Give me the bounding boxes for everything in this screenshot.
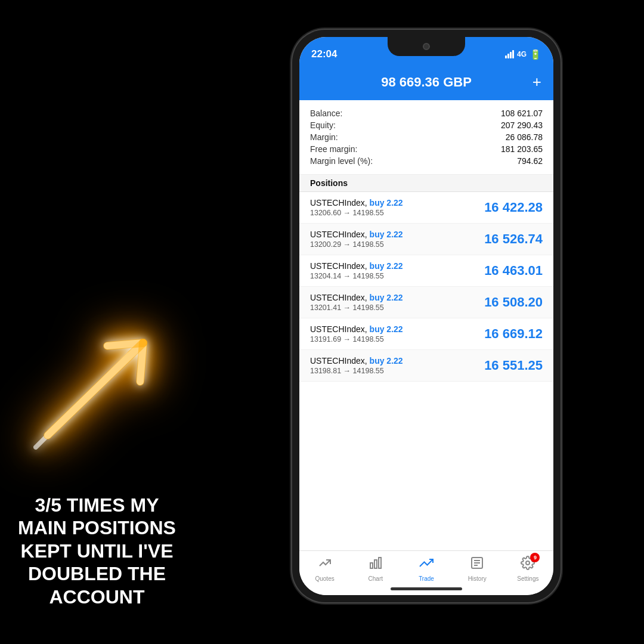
info-label: Balance: (310, 109, 342, 118)
position-profit: 16 508.20 (484, 295, 543, 310)
position-symbol: USTECHIndex, buy 2.22 (310, 324, 403, 334)
chart-icon (369, 556, 383, 574)
position-item[interactable]: USTECHIndex, buy 2.22 13206.60 → 14198.5… (299, 192, 553, 224)
badge-settings: 9 (530, 553, 540, 562)
arrow-decoration (24, 310, 173, 465)
position-symbol: USTECHIndex, buy 2.22 (310, 293, 403, 302)
position-direction: buy 2.22 (370, 356, 403, 366)
quotes-label: Quotes (315, 575, 334, 582)
position-price-range: 13206.60 → 14198.55 (310, 209, 403, 217)
scene: 3/5 TIMES MY MAIN POSITIONS KEPT UNTIL I… (0, 0, 644, 644)
position-details: USTECHIndex, buy 2.22 13198.81 → 14198.5… (310, 356, 403, 375)
history-icon (470, 556, 484, 574)
positions-list: USTECHIndex, buy 2.22 13206.60 → 14198.5… (299, 192, 553, 550)
account-info-row: Equity: 207 290.43 (310, 119, 543, 131)
position-item[interactable]: USTECHIndex, buy 2.22 13204.14 → 14198.5… (299, 255, 553, 287)
info-label: Margin: (310, 132, 338, 142)
svg-line-4 (48, 343, 143, 435)
signal-bars-icon (505, 50, 514, 58)
positions-header: Positions (299, 175, 553, 192)
trade-icon (419, 556, 434, 574)
position-price-range: 13201.41 → 14198.55 (310, 304, 403, 312)
position-price-range: 13191.69 → 14198.55 (310, 335, 403, 343)
phone-frame: 22:04 4G 🔋 98 669 (292, 30, 561, 602)
settings-icon: 9 (521, 556, 535, 574)
info-label: Equity: (310, 120, 336, 130)
svg-rect-7 (370, 563, 373, 568)
quotes-icon (318, 556, 332, 574)
info-value: 181 203.65 (501, 144, 543, 154)
info-label: Free margin: (310, 144, 357, 154)
status-time: 22:04 (311, 48, 337, 60)
position-profit: 16 526.74 (484, 231, 543, 247)
position-item[interactable]: USTECHIndex, buy 2.22 13201.41 → 14198.5… (299, 287, 553, 318)
position-details: USTECHIndex, buy 2.22 13200.29 → 14198.5… (310, 230, 403, 249)
position-symbol: USTECHIndex, buy 2.22 (310, 356, 403, 366)
position-price-range: 13198.81 → 14198.55 (310, 367, 403, 375)
app-header: 98 669.36 GBP + (299, 67, 553, 100)
position-direction: buy 2.22 (370, 324, 403, 334)
chart-label: Chart (369, 575, 383, 582)
account-balance-title: 98 669.36 GBP (329, 75, 524, 90)
position-details: USTECHIndex, buy 2.22 13204.14 → 14198.5… (310, 261, 403, 280)
add-button[interactable]: + (524, 73, 541, 91)
position-direction: buy 2.22 (370, 230, 403, 239)
nav-item-trade[interactable]: Trade (401, 556, 451, 582)
info-value: 26 086.78 (506, 132, 543, 142)
phone-notch (388, 37, 465, 56)
position-profit: 16 669.12 (484, 326, 543, 342)
position-item[interactable]: USTECHIndex, buy 2.22 13198.81 → 14198.5… (299, 350, 553, 382)
network-label: 4G (517, 50, 527, 58)
account-info-row: Balance: 108 621.07 (310, 107, 543, 119)
nav-item-chart[interactable]: Chart (350, 556, 401, 582)
info-label: Margin level (%): (310, 156, 373, 166)
account-info-section: Balance: 108 621.07 Equity: 207 290.43 M… (299, 100, 553, 175)
info-value: 207 290.43 (501, 120, 543, 130)
svg-rect-8 (374, 560, 377, 568)
account-info-row: Margin level (%): 794.62 (310, 155, 543, 167)
position-price-range: 13200.29 → 14198.55 (310, 240, 403, 249)
front-camera (423, 43, 430, 50)
position-symbol: USTECHIndex, buy 2.22 (310, 198, 403, 208)
settings-label: Settings (517, 575, 538, 582)
phone-screen: 22:04 4G 🔋 98 669 (299, 37, 553, 595)
position-profit: 16 551.25 (484, 358, 543, 373)
status-icons: 4G 🔋 (505, 49, 541, 60)
position-symbol: USTECHIndex, buy 2.22 (310, 261, 403, 271)
trade-label: Trade (419, 575, 434, 582)
home-indicator (391, 587, 462, 590)
position-details: USTECHIndex, buy 2.22 13201.41 → 14198.5… (310, 293, 403, 312)
svg-line-5 (107, 343, 143, 346)
nav-item-quotes[interactable]: Quotes (299, 556, 350, 582)
position-item[interactable]: USTECHIndex, buy 2.22 13191.69 → 14198.5… (299, 318, 553, 350)
info-value: 794.62 (517, 156, 543, 166)
battery-icon: 🔋 (530, 49, 541, 60)
nav-item-settings[interactable]: 9 Settings (503, 556, 553, 582)
nav-item-history[interactable]: History (452, 556, 503, 582)
position-details: USTECHIndex, buy 2.22 13191.69 → 14198.5… (310, 324, 403, 343)
history-label: History (468, 575, 487, 582)
position-direction: buy 2.22 (370, 198, 403, 208)
position-symbol: USTECHIndex, buy 2.22 (310, 230, 403, 239)
position-direction: buy 2.22 (370, 261, 403, 271)
position-profit: 16 422.28 (484, 200, 543, 215)
position-direction: buy 2.22 (370, 293, 403, 302)
account-info-row: Margin: 26 086.78 (310, 131, 543, 143)
position-item[interactable]: USTECHIndex, buy 2.22 13200.29 → 14198.5… (299, 224, 553, 255)
svg-rect-9 (379, 558, 381, 568)
position-profit: 16 463.01 (484, 263, 543, 278)
position-price-range: 13204.14 → 14198.55 (310, 272, 403, 280)
info-value: 108 621.07 (501, 109, 543, 118)
svg-line-6 (140, 343, 143, 382)
account-info-row: Free margin: 181 203.65 (310, 143, 543, 155)
position-details: USTECHIndex, buy 2.22 13206.60 → 14198.5… (310, 198, 403, 217)
overlay-text: 3/5 TIMES MY MAIN POSITIONS KEPT UNTIL I… (12, 494, 182, 608)
svg-point-14 (526, 561, 530, 565)
